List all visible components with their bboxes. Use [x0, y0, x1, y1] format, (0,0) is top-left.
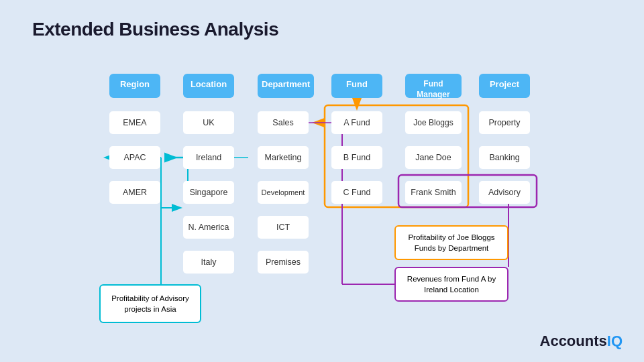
logo-highlight: IQ: [607, 333, 623, 349]
col-header-fund-manager: Fund Manager: [405, 74, 462, 98]
annotation-profitability-joe-bloggs: Profitability of Joe Bloggs Funds by Dep…: [394, 225, 508, 260]
col-header-project: Project: [479, 74, 530, 98]
cell-singapore: Singapore: [183, 181, 234, 204]
cell-ireland: Ireland: [183, 146, 234, 169]
page-title: Extended Business Analysis: [32, 19, 278, 40]
cell-property: Property: [479, 111, 530, 134]
cell-emea: EMEA: [109, 111, 160, 134]
cell-apac: APAC: [109, 146, 160, 169]
cell-amer: AMER: [109, 181, 160, 204]
cell-sales: Sales: [258, 111, 309, 134]
cell-frank-smith: Frank Smith: [405, 181, 462, 204]
col-header-region: Region: [109, 74, 160, 98]
cell-premises: Premises: [258, 251, 309, 274]
logo: AccountsIQ: [540, 333, 623, 350]
col-header-location: Location: [183, 74, 234, 98]
annotation-revenues-funda-ireland: Revenues from Fund A by Ireland Location: [394, 267, 508, 302]
cell-development: Development: [258, 181, 309, 204]
col-header-fund: Fund: [331, 74, 382, 98]
cell-marketing: Marketing: [258, 146, 309, 169]
cell-uk: UK: [183, 111, 234, 134]
cell-italy: Italy: [183, 251, 234, 274]
cell-banking: Banking: [479, 146, 530, 169]
annotation-profitability-advisory: Profitability of Advisory projects in As…: [99, 284, 201, 323]
cell-b-fund: B Fund: [331, 146, 382, 169]
cell-ict: ICT: [258, 216, 309, 239]
cell-joe-bloggs: Joe Bloggs: [405, 111, 462, 134]
cell-n-america: N. America: [183, 216, 234, 239]
cell-c-fund: C Fund: [331, 181, 382, 204]
col-header-department: Department: [258, 74, 314, 98]
diagram-arrows: [0, 0, 644, 362]
cell-advisory: Advisory: [479, 181, 530, 204]
cell-a-fund: A Fund: [331, 111, 382, 134]
cell-jane-doe: Jane Doe: [405, 146, 462, 169]
